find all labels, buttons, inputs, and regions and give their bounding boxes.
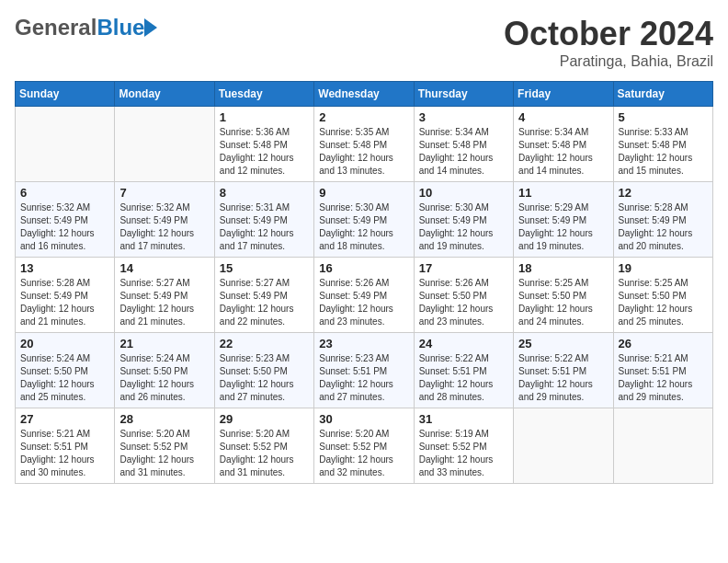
page-header: GeneralBlue October 2024 Paratinga, Bahi…: [15, 15, 713, 70]
calendar-day-cell: 23Sunrise: 5:23 AMSunset: 5:51 PMDayligh…: [314, 333, 414, 408]
month-title: October 2024: [504, 15, 713, 53]
day-info: Sunrise: 5:33 AMSunset: 5:48 PMDaylight:…: [619, 126, 708, 178]
day-number: 30: [319, 412, 408, 426]
calendar-day-cell: 25Sunrise: 5:22 AMSunset: 5:51 PMDayligh…: [514, 333, 613, 408]
day-number: 23: [319, 337, 408, 350]
empty-cell: [514, 408, 613, 484]
title-block: October 2024 Paratinga, Bahia, Brazil: [504, 15, 713, 70]
day-number: 10: [419, 186, 508, 200]
day-number: 17: [419, 261, 508, 275]
day-info: Sunrise: 5:35 AMSunset: 5:48 PMDaylight:…: [319, 126, 408, 178]
calendar-table: SundayMondayTuesdayWednesdayThursdayFrid…: [15, 81, 713, 484]
location-title: Paratinga, Bahia, Brazil: [504, 53, 713, 70]
calendar-day-cell: 30Sunrise: 5:20 AMSunset: 5:52 PMDayligh…: [314, 408, 414, 484]
calendar-day-cell: 11Sunrise: 5:29 AMSunset: 5:49 PMDayligh…: [514, 182, 613, 258]
calendar-day-cell: 16Sunrise: 5:26 AMSunset: 5:49 PMDayligh…: [314, 258, 414, 333]
day-info: Sunrise: 5:31 AMSunset: 5:49 PMDaylight:…: [220, 201, 309, 253]
day-number: 5: [619, 110, 708, 124]
day-number: 31: [419, 412, 508, 426]
day-number: 29: [220, 412, 309, 426]
day-info: Sunrise: 5:30 AMSunset: 5:49 PMDaylight:…: [319, 201, 408, 253]
day-info: Sunrise: 5:29 AMSunset: 5:49 PMDaylight:…: [518, 201, 608, 253]
day-info: Sunrise: 5:20 AMSunset: 5:52 PMDaylight:…: [220, 428, 309, 479]
calendar-day-cell: 10Sunrise: 5:30 AMSunset: 5:49 PMDayligh…: [414, 182, 513, 258]
day-info: Sunrise: 5:21 AMSunset: 5:51 PMDaylight:…: [619, 352, 708, 404]
day-number: 9: [319, 186, 408, 200]
day-header: Wednesday: [314, 82, 414, 107]
calendar-day-cell: 27Sunrise: 5:21 AMSunset: 5:51 PMDayligh…: [16, 408, 115, 484]
calendar-day-cell: 31Sunrise: 5:19 AMSunset: 5:52 PMDayligh…: [414, 408, 513, 484]
empty-cell: [613, 408, 712, 484]
calendar-day-cell: 15Sunrise: 5:27 AMSunset: 5:49 PMDayligh…: [214, 258, 313, 333]
calendar-day-cell: 9Sunrise: 5:30 AMSunset: 5:49 PMDaylight…: [314, 182, 414, 258]
calendar-day-cell: 18Sunrise: 5:25 AMSunset: 5:50 PMDayligh…: [514, 258, 613, 333]
calendar-day-cell: 2Sunrise: 5:35 AMSunset: 5:48 PMDaylight…: [314, 107, 414, 182]
calendar-day-cell: 26Sunrise: 5:21 AMSunset: 5:51 PMDayligh…: [613, 333, 712, 408]
day-number: 15: [220, 261, 309, 275]
day-info: Sunrise: 5:22 AMSunset: 5:51 PMDaylight:…: [419, 352, 508, 404]
day-info: Sunrise: 5:32 AMSunset: 5:49 PMDaylight:…: [119, 201, 209, 253]
day-info: Sunrise: 5:23 AMSunset: 5:50 PMDaylight:…: [220, 352, 309, 404]
calendar-day-cell: 8Sunrise: 5:31 AMSunset: 5:49 PMDaylight…: [214, 182, 313, 258]
calendar-day-cell: 4Sunrise: 5:34 AMSunset: 5:48 PMDaylight…: [514, 107, 613, 182]
day-number: 6: [20, 186, 109, 200]
day-info: Sunrise: 5:24 AMSunset: 5:50 PMDaylight:…: [119, 352, 209, 404]
day-number: 22: [220, 337, 309, 350]
day-header: Thursday: [414, 82, 513, 107]
day-number: 26: [619, 337, 708, 350]
day-info: Sunrise: 5:25 AMSunset: 5:50 PMDaylight:…: [619, 277, 708, 328]
calendar-day-cell: 24Sunrise: 5:22 AMSunset: 5:51 PMDayligh…: [414, 333, 513, 408]
calendar-day-cell: 19Sunrise: 5:25 AMSunset: 5:50 PMDayligh…: [613, 258, 712, 333]
day-info: Sunrise: 5:28 AMSunset: 5:49 PMDaylight:…: [20, 277, 109, 328]
calendar-day-cell: 28Sunrise: 5:20 AMSunset: 5:52 PMDayligh…: [115, 408, 214, 484]
calendar-day-cell: 7Sunrise: 5:32 AMSunset: 5:49 PMDaylight…: [115, 182, 214, 258]
day-number: 12: [619, 186, 708, 200]
calendar-day-cell: 21Sunrise: 5:24 AMSunset: 5:50 PMDayligh…: [115, 333, 214, 408]
day-number: 11: [518, 186, 608, 200]
calendar-day-cell: 1Sunrise: 5:36 AMSunset: 5:48 PMDaylight…: [214, 107, 313, 182]
day-number: 7: [119, 186, 209, 200]
day-info: Sunrise: 5:20 AMSunset: 5:52 PMDaylight:…: [119, 428, 209, 479]
day-number: 21: [119, 337, 209, 350]
day-number: 20: [20, 337, 109, 350]
logo-text: GeneralBlue: [15, 15, 144, 40]
day-header: Friday: [514, 82, 613, 107]
day-info: Sunrise: 5:36 AMSunset: 5:48 PMDaylight:…: [220, 126, 309, 178]
day-number: 18: [518, 261, 608, 275]
day-number: 25: [518, 337, 608, 350]
calendar-day-cell: 13Sunrise: 5:28 AMSunset: 5:49 PMDayligh…: [16, 258, 115, 333]
day-number: 13: [20, 261, 109, 275]
logo-arrow-icon: [144, 18, 157, 37]
day-info: Sunrise: 5:26 AMSunset: 5:49 PMDaylight:…: [319, 277, 408, 328]
logo: GeneralBlue: [15, 15, 144, 40]
empty-cell: [115, 107, 214, 182]
calendar-day-cell: 14Sunrise: 5:27 AMSunset: 5:49 PMDayligh…: [115, 258, 214, 333]
calendar-day-cell: 20Sunrise: 5:24 AMSunset: 5:50 PMDayligh…: [16, 333, 115, 408]
day-info: Sunrise: 5:26 AMSunset: 5:50 PMDaylight:…: [419, 277, 508, 328]
day-number: 2: [319, 110, 408, 124]
empty-cell: [16, 107, 115, 182]
day-info: Sunrise: 5:30 AMSunset: 5:49 PMDaylight:…: [419, 201, 508, 253]
calendar-day-cell: 5Sunrise: 5:33 AMSunset: 5:48 PMDaylight…: [613, 107, 712, 182]
day-number: 1: [220, 110, 309, 124]
day-info: Sunrise: 5:27 AMSunset: 5:49 PMDaylight:…: [119, 277, 209, 328]
day-number: 8: [220, 186, 309, 200]
day-number: 3: [419, 110, 508, 124]
day-info: Sunrise: 5:22 AMSunset: 5:51 PMDaylight:…: [518, 352, 608, 404]
day-number: 19: [619, 261, 708, 275]
day-info: Sunrise: 5:19 AMSunset: 5:52 PMDaylight:…: [419, 428, 508, 479]
day-number: 4: [518, 110, 608, 124]
day-number: 16: [319, 261, 408, 275]
calendar-day-cell: 12Sunrise: 5:28 AMSunset: 5:49 PMDayligh…: [613, 182, 712, 258]
calendar-day-cell: 29Sunrise: 5:20 AMSunset: 5:52 PMDayligh…: [214, 408, 313, 484]
calendar-day-cell: 3Sunrise: 5:34 AMSunset: 5:48 PMDaylight…: [414, 107, 513, 182]
day-info: Sunrise: 5:28 AMSunset: 5:49 PMDaylight:…: [619, 201, 708, 253]
day-info: Sunrise: 5:23 AMSunset: 5:51 PMDaylight:…: [319, 352, 408, 404]
day-header: Sunday: [16, 82, 115, 107]
day-number: 28: [119, 412, 209, 426]
calendar-day-cell: 22Sunrise: 5:23 AMSunset: 5:50 PMDayligh…: [214, 333, 313, 408]
day-number: 27: [20, 412, 109, 426]
day-info: Sunrise: 5:34 AMSunset: 5:48 PMDaylight:…: [518, 126, 608, 178]
day-header: Saturday: [613, 82, 712, 107]
day-number: 14: [119, 261, 209, 275]
